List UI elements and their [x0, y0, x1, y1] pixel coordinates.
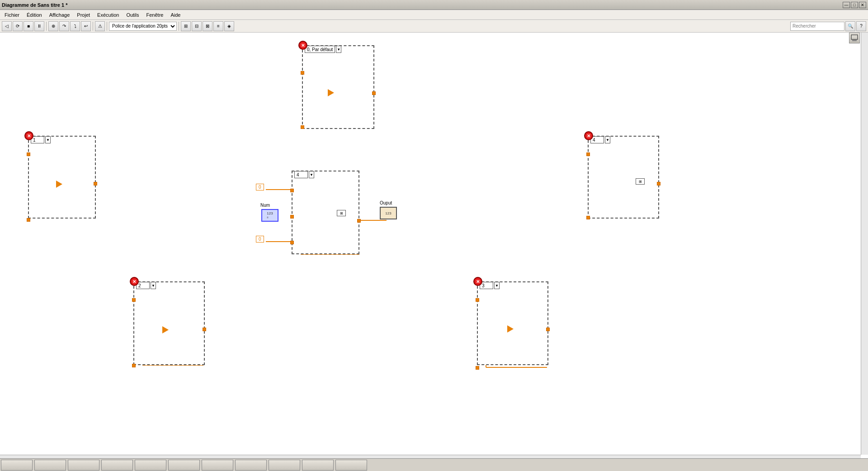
block-header-right4: 4 ▼ — [590, 136, 610, 143]
menu-fichier[interactable]: Fichier — [1, 11, 23, 19]
sep1 — [46, 22, 47, 31]
block-right-4: 4 ▼ ⊞ — [588, 136, 659, 219]
minimize-button[interactable]: — — [843, 2, 850, 8]
wire-overlay — [0, 33, 868, 462]
help-btn[interactable]: ? — [856, 21, 866, 31]
terminal-left-top2 — [301, 125, 304, 129]
search-area: 🔍 ? — [790, 21, 866, 31]
terminal-left-b2-2 — [132, 364, 136, 367]
search-btn[interactable]: ⟳ — [13, 21, 23, 31]
terminal-right-top1 — [372, 91, 376, 95]
step2-btn[interactable]: ⤵ — [70, 21, 80, 31]
block-num-center4: 4 — [294, 171, 308, 178]
sep2 — [93, 22, 93, 31]
status-btn-2[interactable] — [34, 460, 66, 462]
block-dropdown-center4[interactable]: ▼ — [309, 171, 314, 178]
status-btn-9[interactable] — [269, 460, 300, 462]
terminal-left-r4-1 — [586, 152, 590, 156]
status-btn-3[interactable] — [68, 460, 99, 462]
menu-execution[interactable]: Exécution — [94, 11, 123, 19]
menu-affichage[interactable]: Affichage — [46, 11, 74, 19]
block-dropdown-bottom3[interactable]: ▼ — [494, 282, 500, 289]
block-dropdown-top[interactable]: ▼ — [336, 46, 341, 53]
close-block-bottom2[interactable]: ✕ — [130, 277, 139, 286]
block-dropdown-right4[interactable]: ▼ — [605, 136, 610, 143]
status-btn-6[interactable] — [168, 460, 200, 462]
terminal-left-c4-2 — [290, 215, 294, 219]
step-btn[interactable]: ↷ — [59, 21, 69, 31]
status-btn-4[interactable] — [101, 460, 133, 462]
align-btn[interactable]: ⊞ — [181, 21, 191, 31]
window-controls: — □ ✕ — [843, 2, 866, 8]
terminal-left-b2-1 — [132, 298, 136, 302]
terminal-left-l1-1 — [27, 152, 30, 156]
sep4 — [179, 22, 179, 31]
menu-outils[interactable]: Outils — [123, 11, 142, 19]
resize-btn[interactable]: ⊠ — [203, 21, 212, 31]
block-top-center: 0, Par défaut ▼ — [302, 45, 374, 129]
block-bottom-2: 2 ▼ — [133, 281, 205, 365]
statusbar — [0, 458, 868, 462]
terminal-right-c4-1 — [357, 219, 361, 223]
block-header-bottom3: 3 ▼ — [480, 282, 500, 289]
dist-btn[interactable]: ⊟ — [192, 21, 202, 31]
order-btn[interactable]: ≡ — [213, 21, 223, 31]
close-button[interactable]: ✕ — [859, 2, 866, 8]
terminal-left-c4-3 — [290, 241, 294, 244]
menubar: Fichier Édition Affichage Projet Exécuti… — [0, 10, 868, 20]
svg-rect-0 — [851, 35, 858, 39]
warn-btn[interactable]: ⚠ — [95, 21, 105, 31]
window-title: Diagramme de Sans titre 1 * — [2, 2, 68, 8]
play-icon-bottom3 — [507, 325, 514, 333]
terminal-right-r4-1 — [657, 182, 660, 186]
mini-icon — [849, 33, 860, 43]
clean-btn[interactable]: ◈ — [224, 21, 234, 31]
label-num: Num — [260, 203, 270, 208]
search-input[interactable] — [790, 22, 844, 31]
debug-btn[interactable]: ⊕ — [48, 21, 58, 31]
status-btn-5[interactable] — [135, 460, 166, 462]
status-btn-7[interactable] — [202, 460, 233, 462]
svg-rect-1 — [852, 40, 857, 41]
square-icon-right4: ⊞ — [636, 178, 645, 185]
vertical-scrollbar[interactable] — [861, 33, 868, 455]
maximize-button[interactable]: □ — [851, 2, 858, 8]
label-output: Ouput — [380, 200, 392, 205]
block-header-left1: 1 ▼ — [31, 136, 51, 143]
titlebar: Diagramme de Sans titre 1 * — □ ✕ — [0, 0, 868, 10]
block-num-top: 0, Par défaut — [305, 46, 335, 53]
status-btn-10[interactable] — [302, 460, 334, 462]
pause-btn[interactable]: ⏸ — [34, 21, 44, 31]
status-btn-8[interactable] — [235, 460, 267, 462]
menu-aide[interactable]: Aide — [167, 11, 184, 19]
menu-edition[interactable]: Édition — [23, 11, 46, 19]
label-zero-bottom: 0 — [256, 237, 264, 242]
step3-btn[interactable]: ↩ — [81, 21, 91, 31]
close-block-top[interactable]: ✕ — [298, 41, 307, 50]
menu-projet[interactable]: Projet — [73, 11, 94, 19]
stop-btn[interactable]: ■ — [24, 21, 33, 31]
terminal-right-b3-1 — [546, 328, 550, 331]
block-header-center4: 4 ▼ — [294, 171, 314, 178]
close-block-right4[interactable]: ✕ — [584, 131, 593, 140]
block-left-1: 1 ▼ — [28, 136, 96, 219]
status-btn-1[interactable] — [1, 460, 33, 462]
block-header-bottom2: 2 ▼ — [136, 282, 156, 289]
close-block-left1[interactable]: ✕ — [24, 131, 33, 140]
terminal-left-r4-2 — [586, 216, 590, 219]
font-select[interactable]: Police de l'application 20pts — [109, 22, 177, 31]
status-btn-11[interactable] — [335, 460, 367, 462]
numeric-control-num[interactable]: 123⌗ — [261, 209, 278, 222]
terminal-left-c4-1 — [290, 189, 294, 192]
block-header-top: 0, Par défaut ▼ — [305, 46, 341, 53]
sep3 — [107, 22, 107, 31]
block-dropdown-left1[interactable]: ▼ — [45, 136, 51, 143]
label-zero-top: 0 — [256, 185, 264, 190]
back-btn[interactable]: ◁ — [2, 21, 12, 31]
menu-fenetre[interactable]: Fenêtre — [143, 11, 167, 19]
toolbar: ◁ ⟳ ■ ⏸ ⊕ ↷ ⤵ ↩ ⚠ Police de l'applicatio… — [0, 20, 868, 33]
square-icon-center4: ⊞ — [337, 210, 346, 216]
close-block-bottom3[interactable]: ✕ — [473, 277, 482, 286]
block-dropdown-bottom2[interactable]: ▼ — [151, 282, 156, 289]
search-go-btn[interactable]: 🔍 — [845, 21, 855, 31]
